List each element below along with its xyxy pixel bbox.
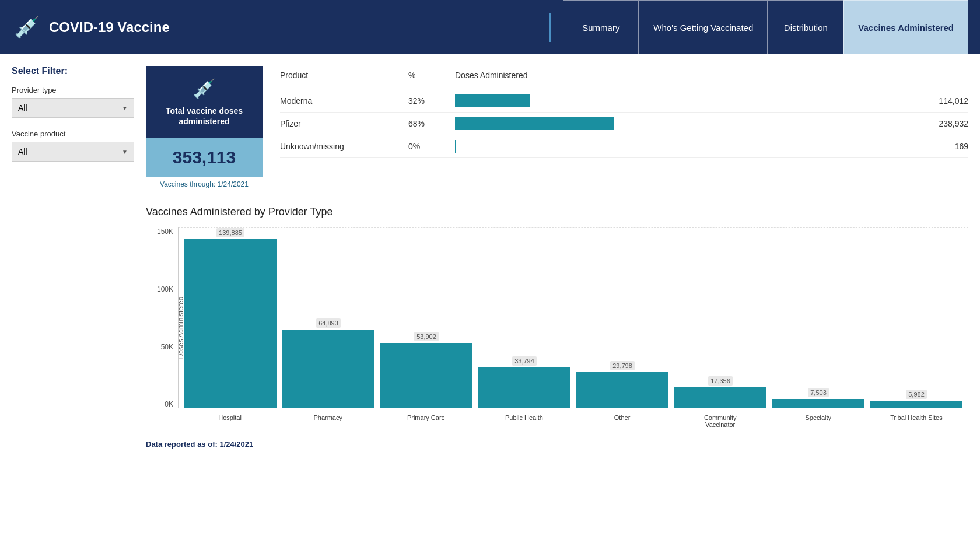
provider-type-value: All	[18, 103, 27, 113]
nav-tab-distribution[interactable]: Distribution	[768, 0, 844, 54]
total-doses-label: Total vaccine doses administered	[155, 106, 253, 127]
vaccine-product-filter: Vaccine product All ▼	[12, 129, 134, 162]
col-product: Product	[280, 71, 408, 80]
bar-group-1: 64,893	[282, 318, 374, 408]
product-bar	[455, 140, 456, 153]
product-name: Pfizer	[280, 119, 408, 128]
chart-bar-5	[674, 387, 766, 408]
bar-container	[455, 94, 898, 107]
bar-value-label-6: 7,503	[808, 388, 829, 397]
total-doses-number-area: 353,113	[146, 138, 262, 177]
bar-group-7: 5,982	[870, 390, 963, 408]
bar-value-label-3: 33,794	[512, 356, 537, 366]
top-stats: 💉 Total vaccine doses administered 353,1…	[146, 66, 968, 188]
total-doses-date: Vaccines through: 1/24/2021	[146, 180, 262, 188]
x-label-2: Primary Care	[380, 414, 472, 428]
app-header: 💉 COVID-19 Vaccine SummaryWho's Getting …	[0, 0, 980, 54]
total-doses-card: 💉 Total vaccine doses administered 353,1…	[146, 66, 262, 188]
provider-type-select[interactable]: All ▼	[12, 98, 134, 118]
vaccine-product-label: Vaccine product	[12, 129, 134, 138]
product-pct: 68%	[408, 119, 455, 128]
chart-bars-area: 139,88564,89353,90233,79429,79817,3567,5…	[178, 227, 968, 408]
product-row: Pfizer 68% 238,932	[280, 113, 968, 135]
vaccine-syringe-icon: 💉	[192, 78, 216, 100]
x-label-3: Public Health	[478, 414, 570, 428]
bar-value-label-1: 64,893	[316, 318, 341, 328]
y-label-150k: 150K	[157, 227, 173, 236]
x-labels: HospitalPharmacyPrimary CarePublic Healt…	[178, 411, 968, 428]
app-title: COVID-19 Vaccine	[49, 19, 170, 36]
product-rows: Moderna 32% 114,012 Pfizer 68% 238,932 U…	[280, 90, 968, 158]
x-label-1: Pharmacy	[282, 414, 374, 428]
y-label-100k: 100K	[157, 285, 173, 293]
filter-title: Select Filter:	[12, 66, 134, 76]
filter-panel: Select Filter: Provider type All ▼ Vacci…	[12, 66, 134, 449]
x-label-7: Tribal Health Sites	[870, 414, 963, 428]
bar-value-label-4: 29,798	[610, 361, 635, 370]
product-table: Product % Doses Administered Moderna 32%…	[280, 66, 968, 188]
total-doses-header: 💉 Total vaccine doses administered	[146, 66, 262, 138]
bar-group-6: 7,503	[772, 388, 864, 408]
chart-title: Vaccines Administered by Provider Type	[146, 206, 968, 218]
product-row: Moderna 32% 114,012	[280, 90, 968, 113]
bar-group-4: 29,798	[576, 361, 668, 408]
stats-area: 💉 Total vaccine doses administered 353,1…	[146, 66, 968, 449]
col-doses-bar: Doses Administered	[455, 71, 898, 80]
bar-container	[455, 140, 898, 153]
bar-value-label-7: 5,982	[906, 390, 927, 399]
bars-wrapper: 139,88564,89353,90233,79429,79817,3567,5…	[178, 227, 968, 408]
bar-value-label-2: 53,902	[414, 332, 439, 341]
x-label-4: Other	[576, 414, 668, 428]
product-name: Unknown/missing	[280, 142, 408, 151]
bar-group-2: 53,902	[380, 332, 473, 408]
y-label-50k: 50K	[161, 343, 173, 351]
x-label-0: Hospital	[184, 414, 276, 428]
provider-type-filter: Provider type All ▼	[12, 86, 134, 118]
vaccine-product-arrow: ▼	[122, 149, 128, 155]
chart-bar-7	[870, 401, 963, 408]
nav-tab-vaccines-administered[interactable]: Vaccines Administered	[844, 0, 968, 54]
chart-bar-1	[282, 330, 374, 408]
chart-bar-3	[478, 367, 570, 408]
footer-note: Data reported as of: 1/24/2021	[146, 440, 968, 449]
provider-type-label: Provider type	[12, 86, 134, 94]
nav-tab-summary[interactable]: Summary	[563, 0, 639, 54]
vaccine-product-value: All	[18, 147, 27, 156]
chart-bar-4	[576, 372, 668, 408]
bar-group-5: 17,356	[674, 376, 766, 408]
nav-tab-who-vaccinated[interactable]: Who's Getting Vaccinated	[639, 0, 768, 54]
nav-tabs: SummaryWho's Getting VaccinatedDistribut…	[563, 0, 968, 54]
bar-container	[455, 117, 898, 130]
x-label-5: Community Vaccinator	[674, 414, 766, 428]
product-bar	[455, 94, 530, 107]
y-label-0k: 0K	[164, 400, 173, 408]
chart-section: Vaccines Administered by Provider Type 1…	[146, 206, 968, 428]
product-count: 169	[898, 142, 968, 151]
product-name: Moderna	[280, 96, 408, 106]
bar-group-3: 33,794	[478, 356, 570, 408]
product-table-header: Product % Doses Administered	[280, 66, 968, 85]
product-pct: 0%	[408, 142, 455, 151]
product-row: Unknown/missing 0% 169	[280, 135, 968, 158]
product-bar	[455, 117, 614, 130]
chart-bar-2	[380, 343, 473, 408]
provider-type-arrow: ▼	[122, 105, 128, 111]
product-count: 114,012	[898, 96, 968, 106]
bar-value-label-5: 17,356	[708, 376, 733, 386]
total-doses-number: 353,113	[155, 148, 253, 167]
col-pct: %	[408, 71, 455, 80]
product-count: 238,932	[898, 119, 968, 128]
col-count	[898, 71, 968, 80]
chart-bars-outer: Doses Administered 139,88564,89353,90233…	[178, 227, 968, 428]
chart-bar-6	[772, 399, 864, 408]
vaccine-product-select[interactable]: All ▼	[12, 142, 134, 162]
bar-value-label-0: 139,885	[216, 228, 244, 237]
content-area: Select Filter: Provider type All ▼ Vacci…	[12, 66, 968, 449]
product-pct: 32%	[408, 96, 455, 106]
x-label-6: Specialty	[772, 414, 864, 428]
chart-bar-0	[184, 239, 276, 408]
logo-area: 💉 COVID-19 Vaccine	[12, 10, 538, 45]
main-content: Select Filter: Provider type All ▼ Vacci…	[0, 54, 980, 543]
header-separator	[550, 13, 551, 42]
bar-group-0: 139,885	[184, 228, 276, 408]
